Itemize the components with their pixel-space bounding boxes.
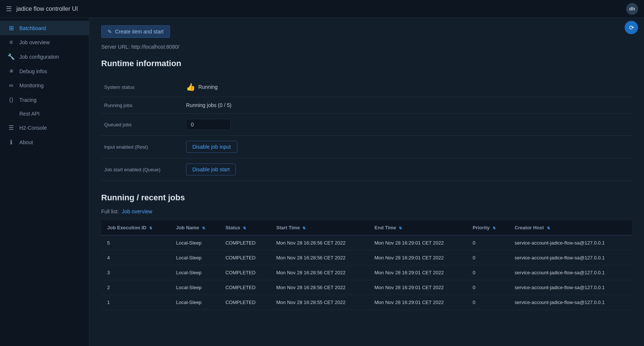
menu-icon[interactable]: ☰ — [6, 5, 12, 13]
system-status-row: System status 👍 Running — [101, 77, 632, 97]
running-jobs-label: Running jobs — [101, 97, 183, 114]
status-text: Running — [198, 84, 218, 90]
cell-name: Local-Sleep — [170, 250, 220, 265]
input-enabled-row: Input enabled (Rest) Disable job input — [101, 136, 632, 158]
cell-end-time: Mon Nov 28 16:29:01 CET 2022 — [369, 295, 467, 310]
jobs-table-header: Job Execution ID ⇅Job Name ⇅Status ⇅Star… — [101, 220, 632, 235]
sidebar-item-label: Tracing — [19, 97, 36, 103]
queued-jobs-row: Queued jobs — [101, 114, 632, 136]
toolbar: ✎ Create item and start — [101, 25, 632, 38]
cell-start-time: Mon Nov 28 16:28:56 CET 2022 — [270, 250, 369, 265]
cell-priority: 0 — [467, 280, 509, 295]
sidebar: ⊞ Batchboard ≡ Job overview 🔧 Job config… — [0, 18, 89, 346]
col-header-status[interactable]: Status ⇅ — [220, 220, 270, 235]
cell-status: COMPLETED — [220, 295, 270, 310]
cell-exec-id: 4 — [101, 250, 170, 265]
col-header-end-time[interactable]: End Time ⇅ — [369, 220, 467, 235]
disable-job-input-button[interactable]: Disable job input — [186, 141, 237, 153]
sort-icon-end-time: ⇅ — [399, 226, 402, 230]
table-row: 3Local-SleepCOMPLETEDMon Nov 28 16:28:56… — [101, 265, 632, 280]
h2-console-icon: ☰ — [7, 124, 15, 131]
cell-end-time: Mon Nov 28 16:29:01 CET 2022 — [369, 280, 467, 295]
full-list-row: Full list: Job overview — [101, 208, 632, 214]
cell-start-time: Mon Nov 28 16:28:56 CET 2022 — [270, 235, 369, 250]
table-row: 1Local-SleepCOMPLETEDMon Nov 28 16:28:55… — [101, 295, 632, 310]
jobs-table-body: 5Local-SleepCOMPLETEDMon Nov 28 16:28:56… — [101, 235, 632, 310]
monitoring-icon: ∞ — [7, 82, 15, 89]
sidebar-item-h2-console[interactable]: ☰ H2-Console — [0, 120, 89, 135]
cell-status: COMPLETED — [220, 235, 270, 250]
create-button-label: Create item and start — [115, 29, 164, 35]
cell-end-time: Mon Nov 28 16:29:01 CET 2022 — [369, 265, 467, 280]
cell-exec-id: 1 — [101, 295, 170, 310]
cell-name: Local-Sleep — [170, 265, 220, 280]
sidebar-item-label: Monitoring — [19, 83, 44, 88]
queued-jobs-input[interactable] — [186, 119, 231, 130]
sidebar-item-label: About — [19, 139, 33, 145]
topbar: ☰ jadice flow controller UI dh — [0, 0, 644, 18]
cell-name: Local-Sleep — [170, 280, 220, 295]
table-row: 5Local-SleepCOMPLETEDMon Nov 28 16:28:56… — [101, 235, 632, 250]
col-header-name[interactable]: Job Name ⇅ — [170, 220, 220, 235]
cell-end-time: Mon Nov 28 16:29:01 CET 2022 — [369, 250, 467, 265]
table-row: 4Local-SleepCOMPLETEDMon Nov 28 16:28:56… — [101, 250, 632, 265]
sidebar-item-tracing[interactable]: ⟨⟩ Tracing — [0, 93, 89, 107]
pencil-icon: ✎ — [108, 29, 112, 35]
queued-jobs-label: Queued jobs — [101, 114, 183, 136]
sidebar-item-job-overview[interactable]: ≡ Job overview — [0, 35, 89, 49]
main-content: ✎ Create item and start Server URL: http… — [89, 18, 644, 346]
sidebar-item-label: Job configuration — [19, 54, 59, 60]
sidebar-item-rest-api[interactable]: Rest API — [0, 107, 89, 120]
sidebar-item-monitoring[interactable]: ∞ Monitoring — [0, 78, 89, 93]
avatar[interactable]: dh — [626, 3, 638, 15]
create-item-button[interactable]: ✎ Create item and start — [101, 25, 170, 38]
refresh-icon: ⟳ — [629, 24, 634, 31]
cell-creator-host: service-account-jadice-flow-sa@127.0.0.1 — [509, 250, 632, 265]
cell-priority: 0 — [467, 295, 509, 310]
app-title: jadice flow controller UI — [16, 6, 78, 12]
sort-icon-start-time: ⇅ — [302, 226, 305, 230]
cell-creator-host: service-account-jadice-flow-sa@127.0.0.1 — [509, 265, 632, 280]
main-layout: ⊞ Batchboard ≡ Job overview 🔧 Job config… — [0, 18, 644, 346]
sort-icon-name: ⇅ — [202, 226, 205, 230]
system-status-value: 👍 Running — [186, 83, 629, 91]
sort-icon-exec-id: ⇅ — [149, 226, 152, 230]
col-header-start-time[interactable]: Start Time ⇅ — [270, 220, 369, 235]
col-header-priority[interactable]: Priority ⇅ — [467, 220, 509, 235]
cell-end-time: Mon Nov 28 16:29:01 CET 2022 — [369, 235, 467, 250]
sidebar-item-label: Job overview — [19, 39, 50, 45]
sidebar-item-debug-infos[interactable]: ✳ Debug infos — [0, 64, 89, 78]
cell-creator-host: service-account-jadice-flow-sa@127.0.0.1 — [509, 295, 632, 310]
sidebar-item-label: Batchboard — [19, 25, 46, 31]
debug-infos-icon: ✳ — [7, 68, 15, 75]
job-overview-link[interactable]: Job overview — [122, 208, 152, 214]
cell-exec-id: 5 — [101, 235, 170, 250]
about-icon: ℹ — [7, 139, 15, 146]
cell-name: Local-Sleep — [170, 235, 220, 250]
table-row: 2Local-SleepCOMPLETEDMon Nov 28 16:28:56… — [101, 280, 632, 295]
sidebar-item-label: Debug infos — [19, 68, 47, 74]
cell-start-time: Mon Nov 28 16:28:55 CET 2022 — [270, 295, 369, 310]
sidebar-item-label: H2-Console — [19, 125, 47, 131]
running-jobs-row: Running jobs Running jobs (0 / 5) — [101, 97, 632, 114]
refresh-button[interactable]: ⟳ — [625, 21, 638, 34]
cell-exec-id: 2 — [101, 280, 170, 295]
col-header-exec-id[interactable]: Job Execution ID ⇅ — [101, 220, 170, 235]
sidebar-item-batchboard[interactable]: ⊞ Batchboard — [0, 21, 89, 35]
sidebar-item-about[interactable]: ℹ About — [0, 135, 89, 149]
thumbs-up-icon: 👍 — [186, 83, 195, 91]
sort-icon-status: ⇅ — [243, 226, 246, 230]
col-header-creator-host[interactable]: Creator Host ⇅ — [509, 220, 632, 235]
tracing-icon: ⟨⟩ — [7, 96, 15, 103]
cell-status: COMPLETED — [220, 280, 270, 295]
header-row: Job Execution ID ⇅Job Name ⇅Status ⇅Star… — [101, 220, 632, 235]
sidebar-item-job-configuration[interactable]: 🔧 Job configuration — [0, 49, 89, 64]
disable-job-start-button[interactable]: Disable job start — [186, 164, 236, 175]
cell-priority: 0 — [467, 265, 509, 280]
batchboard-icon: ⊞ — [7, 25, 15, 32]
running-jobs-value: Running jobs (0 / 5) — [183, 97, 632, 114]
input-enabled-label: Input enabled (Rest) — [101, 136, 183, 158]
sort-icon-priority: ⇅ — [493, 226, 496, 230]
cell-creator-host: service-account-jadice-flow-sa@127.0.0.1 — [509, 280, 632, 295]
job-start-label: Job start enabled (Queue) — [101, 158, 183, 181]
